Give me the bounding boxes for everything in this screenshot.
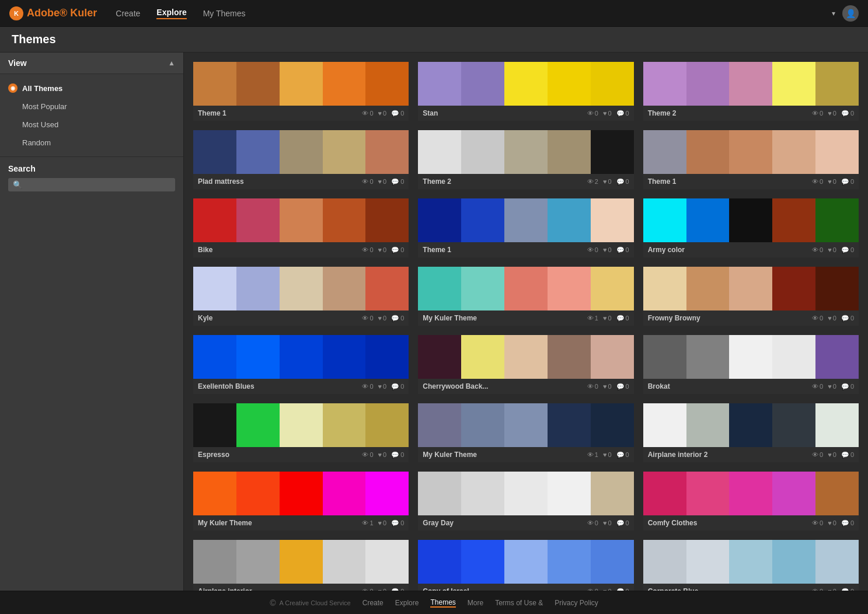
brand-logo[interactable]: K Adobe® Kuler bbox=[9, 6, 97, 20]
theme-card[interactable]: Theme 2 👁 2 ♥ 0 💬 0 bbox=[418, 130, 633, 189]
color-swatch bbox=[772, 540, 815, 584]
eye-icon: 👁 bbox=[812, 519, 818, 526]
view-stat: 👁 0 bbox=[812, 110, 823, 117]
color-swatch bbox=[591, 335, 634, 379]
nav-my-themes[interactable]: My Themes bbox=[203, 9, 246, 18]
theme-name: Bike bbox=[198, 246, 362, 254]
theme-name: Theme 2 bbox=[648, 109, 812, 117]
search-input[interactable] bbox=[25, 180, 130, 189]
bottom-explore[interactable]: Explore bbox=[395, 599, 419, 607]
theme-card[interactable]: My Kuler Theme 👁 1 ♥ 0 💬 0 bbox=[418, 403, 633, 462]
theme-card-footer: Plad mattress 👁 0 ♥ 0 💬 0 bbox=[193, 174, 409, 189]
comment-icon: 💬 bbox=[616, 110, 625, 117]
theme-card[interactable]: Stan 👁 0 ♥ 0 💬 0 bbox=[418, 62, 633, 121]
color-swatch bbox=[236, 540, 280, 584]
color-swatch bbox=[323, 403, 366, 447]
cc-icon: © bbox=[270, 598, 276, 608]
theme-name: Airplane interior 2 bbox=[648, 451, 812, 459]
theme-card[interactable]: Plad mattress 👁 0 ♥ 0 💬 0 bbox=[193, 130, 409, 189]
chevron-up-icon[interactable]: ▲ bbox=[168, 59, 175, 67]
comment-count: 0 bbox=[400, 246, 404, 253]
view-count: 0 bbox=[820, 110, 823, 117]
sidebar-item-random[interactable]: Random bbox=[0, 134, 183, 152]
theme-card[interactable]: Cherrywood Back... 👁 0 ♥ 0 💬 0 bbox=[418, 335, 633, 394]
like-stat: ♥ 0 bbox=[828, 519, 836, 526]
view-stat: 👁 0 bbox=[362, 246, 373, 253]
color-swatch bbox=[729, 472, 772, 515]
color-swatch bbox=[365, 335, 409, 379]
like-count: 0 bbox=[833, 110, 836, 117]
color-swatch bbox=[729, 540, 772, 584]
sidebar-item-most-popular[interactable]: Most Popular bbox=[0, 97, 183, 116]
theme-name: Theme 1 bbox=[423, 246, 587, 254]
theme-card[interactable]: Theme 1 👁 0 ♥ 0 💬 0 bbox=[193, 62, 409, 121]
color-swatch bbox=[686, 62, 730, 106]
theme-swatches bbox=[193, 403, 409, 447]
theme-card[interactable]: Bike 👁 0 ♥ 0 💬 0 bbox=[193, 198, 409, 257]
like-count: 0 bbox=[383, 246, 386, 253]
bottom-create[interactable]: Create bbox=[362, 599, 384, 607]
heart-icon: ♥ bbox=[603, 315, 607, 322]
like-stat: ♥ 0 bbox=[828, 451, 836, 458]
theme-card[interactable]: Theme 2 👁 0 ♥ 0 💬 0 bbox=[643, 62, 859, 121]
bottom-themes[interactable]: Themes bbox=[430, 598, 455, 608]
theme-card[interactable]: Frowny Browny 👁 0 ♥ 0 💬 0 bbox=[643, 267, 859, 326]
theme-card[interactable]: Corporate Blue 👁 0 ♥ 0 💬 0 bbox=[643, 540, 859, 599]
color-swatch bbox=[772, 130, 815, 174]
color-swatch bbox=[548, 472, 591, 515]
theme-card[interactable]: My Kuler Theme 👁 1 ♥ 0 💬 0 bbox=[418, 267, 633, 326]
theme-card[interactable]: Army color 👁 0 ♥ 0 💬 0 bbox=[643, 198, 859, 257]
theme-card[interactable]: My Kuler Theme 👁 1 ♥ 0 💬 0 bbox=[193, 472, 409, 531]
comment-icon: 💬 bbox=[391, 246, 399, 254]
theme-swatches bbox=[643, 198, 859, 242]
theme-card[interactable]: Exellentoh Blues 👁 0 ♥ 0 💬 0 bbox=[193, 335, 409, 394]
theme-card[interactable]: Gray Day 👁 0 ♥ 0 💬 0 bbox=[418, 472, 633, 531]
color-swatch bbox=[323, 130, 366, 174]
comment-count: 0 bbox=[626, 519, 629, 526]
nav-create[interactable]: Create bbox=[116, 9, 140, 18]
color-swatch bbox=[280, 62, 323, 106]
color-swatch bbox=[323, 267, 366, 311]
color-swatch bbox=[591, 130, 634, 174]
comment-icon: 💬 bbox=[841, 110, 849, 117]
comment-stat: 💬 0 bbox=[841, 383, 854, 390]
heart-icon: ♥ bbox=[603, 110, 607, 117]
theme-card[interactable]: Theme 1 👁 0 ♥ 0 💬 0 bbox=[418, 198, 633, 257]
bottom-privacy[interactable]: Privacy Policy bbox=[555, 599, 598, 607]
bottom-terms[interactable]: Terms of Use & bbox=[495, 599, 543, 607]
theme-name: Theme 1 bbox=[198, 109, 362, 117]
comment-count: 0 bbox=[850, 315, 854, 322]
color-swatch bbox=[815, 267, 859, 311]
theme-card[interactable]: Kyle 👁 0 ♥ 0 💬 0 bbox=[193, 267, 409, 326]
like-stat: ♥ 0 bbox=[378, 110, 387, 117]
like-stat: ♥ 0 bbox=[378, 383, 387, 390]
theme-stats: 👁 0 ♥ 0 💬 0 bbox=[812, 383, 854, 390]
theme-card[interactable]: Brokat 👁 0 ♥ 0 💬 0 bbox=[643, 335, 859, 394]
nav-explore[interactable]: Explore bbox=[156, 8, 186, 19]
color-swatch bbox=[772, 62, 815, 106]
color-swatch bbox=[548, 130, 591, 174]
color-swatch bbox=[815, 472, 859, 515]
theme-card[interactable]: Airplane interior 👁 0 ♥ 0 💬 0 bbox=[193, 540, 409, 599]
sidebar-item-most-used[interactable]: Most Used bbox=[0, 116, 183, 134]
comment-icon: 💬 bbox=[841, 519, 849, 527]
theme-card[interactable]: Espresso 👁 0 ♥ 0 💬 0 bbox=[193, 403, 409, 462]
like-stat: ♥ 0 bbox=[828, 178, 836, 185]
theme-swatches bbox=[193, 540, 409, 584]
comment-icon: 💬 bbox=[841, 383, 849, 390]
user-avatar[interactable]: 👤 bbox=[842, 5, 859, 22]
color-swatch bbox=[643, 130, 686, 174]
theme-card[interactable]: Comfy Clothes 👁 0 ♥ 0 💬 0 bbox=[643, 472, 859, 531]
theme-swatches bbox=[193, 198, 409, 242]
comment-stat: 💬 0 bbox=[616, 519, 629, 527]
eye-icon: 👁 bbox=[587, 519, 594, 526]
sidebar-item-all-themes[interactable]: ◉ All Themes bbox=[0, 79, 183, 97]
bottom-more[interactable]: More bbox=[468, 599, 483, 607]
theme-card-footer: Bike 👁 0 ♥ 0 💬 0 bbox=[193, 242, 409, 257]
theme-card[interactable]: Copy of Israel 👁 0 ♥ 0 💬 0 bbox=[418, 540, 633, 599]
dropdown-arrow-icon[interactable]: ▾ bbox=[832, 9, 835, 18]
theme-card[interactable]: Airplane interior 2 👁 0 ♥ 0 💬 0 bbox=[643, 403, 859, 462]
heart-icon: ♥ bbox=[603, 451, 607, 458]
color-swatch bbox=[686, 335, 730, 379]
theme-card[interactable]: Theme 1 👁 0 ♥ 0 💬 0 bbox=[643, 130, 859, 189]
